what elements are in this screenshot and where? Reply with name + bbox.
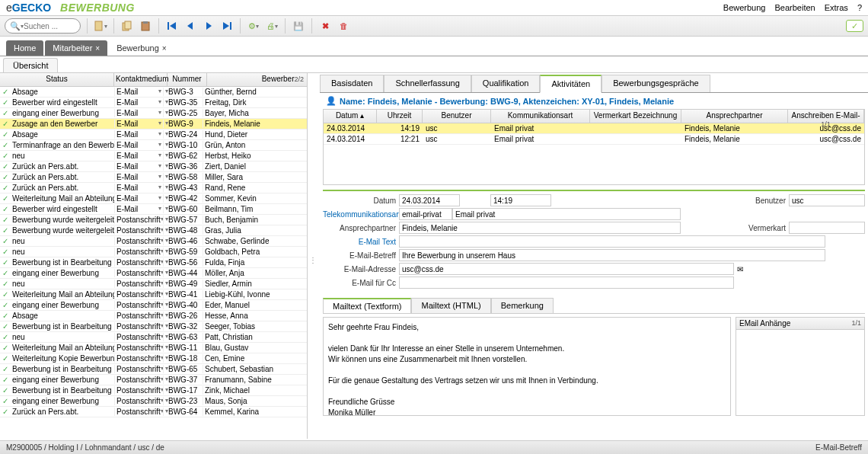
svg-marker-6 [170, 22, 176, 30]
telekomm-field[interactable] [399, 208, 452, 220]
col-benutzer[interactable]: Benutzer [423, 110, 491, 123]
telekomm-desc [452, 208, 681, 220]
col-nummer[interactable]: Nummer [168, 73, 207, 86]
table-row[interactable]: ✓neuPostanschrift▾▾ BWG-46Schwabe, Gerli… [0, 236, 307, 247]
table-row[interactable]: ✓eingang einer BewerbungPostanschrift▾▾ … [0, 396, 307, 407]
table-row[interactable]: ✓eingang einer BewerbungPostanschrift▾▾ … [0, 268, 307, 279]
save-icon[interactable]: 💾 [292, 19, 305, 33]
table-row[interactable]: ✓Weiterleitung Mail an Abteilung YPostan… [0, 289, 307, 300]
table-row[interactable]: ✓neuE-Mail▾▾ BWG-62Herbst, Heiko [0, 151, 307, 161]
table-row[interactable]: ✓Bewerbung ist in BearbeitungPostanschri… [0, 321, 307, 332]
table-row[interactable]: ✓Bewerbung wurde weitergeleitetPostansch… [0, 215, 307, 225]
col-datum[interactable]: Datum ▴ [324, 110, 377, 123]
ansprechpartner-field[interactable] [399, 222, 681, 234]
list-body[interactable]: ✓AbsageE-Mail▾▾ BWG-3Günther, Bernd✓Bewe… [0, 87, 307, 439]
table-row[interactable]: ✓AbsageE-Mail▾▾ BWG-24Hund, Dieter [0, 129, 307, 140]
confirm-button[interactable]: ✓ [846, 20, 863, 32]
close-icon[interactable]: × [95, 44, 100, 53]
table-row[interactable]: ✓Terminanfrage an den BewerberE-Mail▾▾ B… [0, 140, 307, 151]
activity-body[interactable]: 24.03.201414:19uscEmail privatFindeis, M… [324, 123, 864, 184]
subtab-mailtext-html[interactable]: Mailtext (HTML) [411, 298, 490, 313]
col-kommunikation[interactable]: Kommunikationsart [491, 110, 590, 123]
table-row[interactable]: 24.03.201414:19uscEmail privatFindeis, M… [324, 123, 864, 134]
table-row[interactable]: ✓neuPostanschrift▾▾ BWG-63Patt, Christia… [0, 332, 307, 343]
tab-qualifikation[interactable]: Qualifikation [471, 75, 541, 92]
menu-help[interactable]: ? [857, 3, 862, 12]
tab-aktivitaeten[interactable]: Aktivitäten [540, 75, 602, 93]
table-row[interactable]: ✓Bewerbung ist in BearbeitungPostanschri… [0, 257, 307, 268]
nav-next-icon[interactable] [202, 19, 215, 33]
gear-icon[interactable]: ⚙▾ [247, 19, 260, 33]
table-row[interactable]: ✓Bewerber wird eingestelltE-Mail▾▾ BWG-3… [0, 98, 307, 108]
table-row[interactable]: ✓eingang einer BewerbungPostanschrift▾▾ … [0, 375, 307, 385]
tab-mitarbeiter[interactable]: Mitarbeiter× [45, 40, 107, 56]
menu-bewerbung[interactable]: Bewerbung [723, 3, 766, 12]
tab-gespraeche[interactable]: Bewerbungsgespräche [602, 75, 710, 92]
mail-icon[interactable]: ✉ [737, 265, 743, 273]
table-row[interactable]: ✓neuPostanschrift▾▾ BWG-59Goldbach, Petr… [0, 247, 307, 257]
table-row[interactable]: ✓Zurück an Pers.abt.E-Mail▾▾ BWG-36Ziert… [0, 161, 307, 172]
table-row[interactable]: ✓Bewerber wird eingestelltE-Mail▾▾ BWG-6… [0, 204, 307, 215]
table-row[interactable]: ✓neuPostanschrift▾▾ BWG-49Siedler, Armin [0, 279, 307, 289]
table-row[interactable]: ✓Weiterleitung Mail an Abteilung XE-Mail… [0, 193, 307, 204]
new-doc-icon[interactable]: ▾ [94, 19, 107, 33]
close-icon[interactable]: × [162, 44, 167, 53]
trash-icon[interactable]: 🗑 [337, 19, 350, 33]
col-anschreiben[interactable]: Anschreiben E-Mail-1/1 [788, 110, 864, 123]
tab-bewerbung[interactable]: Bewerbung× [109, 40, 174, 56]
adresse-field[interactable] [399, 263, 734, 275]
table-row[interactable]: ✓Bewerbung wurde weitergeleitetPostansch… [0, 225, 307, 236]
benutzer-field[interactable] [789, 194, 865, 206]
col-medium[interactable]: Kontaktmedium [114, 73, 168, 86]
table-row[interactable]: ✓Weiterleitung Kopie Bewerbung...Postans… [0, 353, 307, 364]
tab-basisdaten[interactable]: Basisdaten [320, 75, 384, 92]
col-ansprechpartner[interactable]: Ansprechpartner [681, 110, 788, 123]
col-bewerber[interactable]: Bewerber2/2 [207, 73, 307, 86]
split-handle-icon[interactable]: ⋮ [309, 256, 317, 264]
search-box[interactable]: 🔍▾ [5, 18, 81, 34]
table-row[interactable]: ✓Weiterleitung Mail an Abteilung XPostan… [0, 343, 307, 353]
menu-extras[interactable]: Extras [825, 3, 848, 12]
menu-bearbeiten[interactable]: Bearbeiten [774, 3, 815, 12]
table-row[interactable]: ✓eingang einer BewerbungPostanschrift▾▾ … [0, 300, 307, 311]
close-x-icon[interactable]: ✖ [318, 19, 332, 33]
print-icon[interactable]: 🖨▾ [265, 19, 279, 33]
table-row[interactable]: ✓AbsagePostanschrift▾▾ BWG-26Hesse, Anna [0, 311, 307, 321]
svg-marker-7 [187, 22, 193, 30]
table-row[interactable]: ✓Zurück an Pers.abt.Postanschrift▾▾ BWG-… [0, 407, 307, 417]
emailtext-field[interactable] [399, 235, 825, 248]
nav-prev-icon[interactable] [183, 19, 197, 33]
col-vermerkart[interactable]: Vermerkart Bezeichnung [590, 110, 681, 123]
betreff-field[interactable] [399, 249, 825, 261]
datum-field[interactable] [399, 194, 460, 206]
tab-schnellerfassung[interactable]: Schnellerfassung [384, 75, 471, 92]
applicant-list-pane: Status Kontaktmedium Nummer Bewerber2/2 … [0, 73, 308, 439]
mail-body-text[interactable]: Sehr geehrte Frau Findeis,vielen Dank fü… [323, 317, 731, 416]
table-row[interactable]: 24.03.201412:21uscEmail privatFindeis, M… [324, 134, 864, 145]
subtab-bemerkung[interactable]: Bemerkung [491, 298, 554, 313]
telekomm-label[interactable]: Telekommunikationsart [323, 210, 399, 219]
col-status[interactable]: Status [0, 73, 114, 86]
cc-field[interactable] [399, 277, 734, 289]
table-row[interactable]: ✓Bewerbung ist in BearbeitungPostanschri… [0, 364, 307, 375]
table-row[interactable]: ✓Bewerbung ist in BearbeitungPostanschri… [0, 385, 307, 396]
table-row[interactable]: ✓Zurück an Pers.abt.E-Mail▾▾ BWG-58Mille… [0, 172, 307, 183]
table-row[interactable]: ✓AbsageE-Mail▾▾ BWG-3Günther, Bernd [0, 87, 307, 98]
nav-first-icon[interactable] [165, 19, 179, 33]
table-row[interactable]: ✓eingang einer BewerbungE-Mail▾▾ BWG-25B… [0, 108, 307, 119]
table-row[interactable]: ✓Zusage an den BewerberE-Mail▾▾ BWG-9Fin… [0, 119, 307, 129]
search-input[interactable] [24, 22, 69, 30]
vermerkart-field[interactable] [789, 222, 865, 234]
nav-last-icon[interactable] [220, 19, 234, 33]
paste-icon[interactable] [139, 19, 152, 33]
subtab-uebersicht[interactable]: Übersicht [3, 58, 58, 72]
col-uhrzeit[interactable]: Uhrzeit [377, 110, 423, 123]
subtab-mailtext-text[interactable]: Mailtext (Textform) [323, 298, 411, 313]
emailtext-label[interactable]: E-Mail Text [323, 238, 399, 246]
zeit-field[interactable] [490, 194, 551, 206]
table-row[interactable]: ✓Zurück an Pers.abt.E-Mail▾▾ BWG-43Rand,… [0, 183, 307, 193]
copy-icon[interactable] [120, 19, 134, 33]
svg-marker-8 [206, 22, 212, 30]
tab-home[interactable]: Home [6, 40, 43, 56]
attachments-panel: EMail Anhänge1/1 [736, 317, 865, 416]
